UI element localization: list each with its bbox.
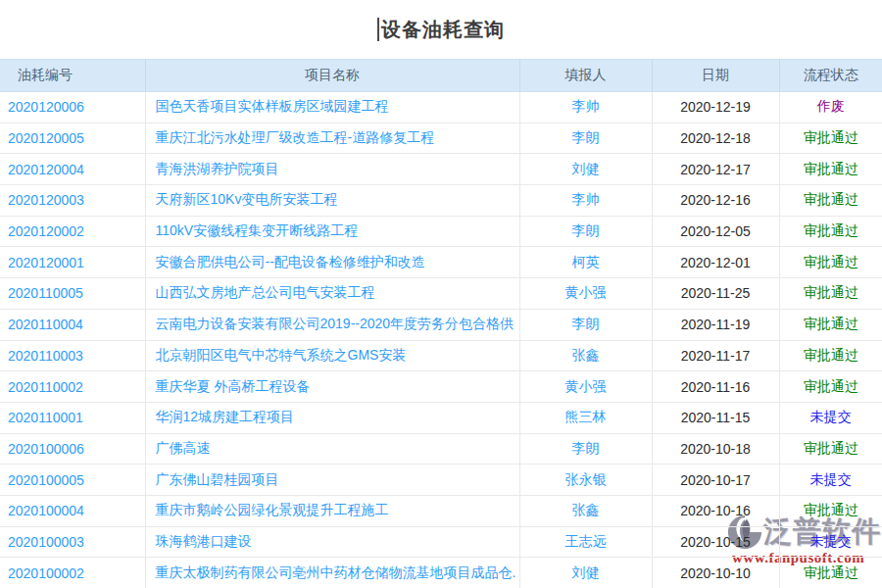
table-row: 2020100006 广佛高速 李朗 2020-10-18 审批通过 — [0, 433, 882, 465]
fuel-record-id-link[interactable]: 2020120002 — [0, 216, 145, 247]
table-row: 2020110004 云南电力设备安装有限公司2019--2020年度劳务分包合… — [0, 309, 882, 340]
title-bar: 设备油耗查询 — [0, 0, 882, 59]
reporter-link[interactable]: 刘健 — [519, 558, 652, 588]
fuel-record-id-link[interactable]: 2020100002 — [0, 558, 145, 588]
table-row: 2020120001 安徽合肥供电公司--配电设备检修维护和改造 柯英 2020… — [0, 247, 882, 278]
fuel-record-id-link[interactable]: 2020100004 — [0, 495, 145, 526]
project-name-link[interactable]: 广东佛山碧桂园项目 — [145, 465, 519, 496]
reporter-link[interactable]: 李帅 — [519, 92, 652, 123]
column-header-id[interactable]: 油耗编号 — [0, 60, 145, 92]
fuel-record-id-link[interactable]: 2020110004 — [0, 309, 145, 340]
project-name-link[interactable]: 山西弘文房地产总公司电气安装工程 — [145, 278, 519, 310]
status-badge: 审批通过 — [779, 247, 882, 278]
project-name-link[interactable]: 青海洪湖养护院项目 — [145, 154, 519, 185]
reporter-link[interactable]: 张鑫 — [519, 340, 652, 371]
project-name-link[interactable]: 重庆太极制药有限公司亳州中药材仓储物流基地项目成品仓. — [145, 558, 519, 588]
table-row: 2020120002 110kV安徽线程集变开断线路工程 李朗 2020-12-… — [0, 216, 882, 247]
table-row: 2020110005 山西弘文房地产总公司电气安装工程 黄小强 2020-11-… — [0, 278, 882, 310]
project-name-link[interactable]: 云南电力设备安装有限公司2019--2020年度劳务分包合格供 — [145, 309, 519, 340]
reporter-link[interactable]: 李朗 — [519, 216, 652, 247]
project-name-link[interactable]: 重庆华夏 外高桥工程设备 — [145, 371, 519, 403]
status-badge: 审批通过 — [779, 309, 882, 340]
project-name-link[interactable]: 华润12城房建工程项目 — [145, 402, 519, 433]
reporter-link[interactable]: 黄小强 — [519, 371, 652, 403]
table-header-row: 油耗编号 项目名称 填报人 日期 流程状态 — [0, 60, 882, 92]
status-badge: 未提交 — [779, 465, 882, 496]
reporter-link[interactable]: 李朗 — [519, 122, 652, 154]
fuel-consumption-query-page: 设备油耗查询 泛普软件 www.fanpusoft.com 油耗编号 项目名称 … — [0, 0, 882, 588]
status-badge: 作废 — [779, 92, 882, 123]
date-value: 2020-12-19 — [652, 92, 779, 123]
date-value: 2020-11-17 — [652, 340, 779, 371]
project-name-link[interactable]: 安徽合肥供电公司--配电设备检修维护和改造 — [145, 247, 519, 278]
reporter-link[interactable]: 李朗 — [519, 433, 652, 465]
status-badge: 审批通过 — [779, 371, 882, 403]
fuel-record-id-link[interactable]: 2020100005 — [0, 465, 145, 496]
fuel-record-id-link[interactable]: 2020120006 — [0, 92, 145, 123]
status-badge: 审批通过 — [779, 122, 882, 154]
reporter-link[interactable]: 柯英 — [519, 247, 652, 278]
date-value: 2020-10-15 — [652, 526, 779, 558]
table-row: 2020110002 重庆华夏 外高桥工程设备 黄小强 2020-11-16 审… — [0, 371, 882, 403]
fuel-consumption-table: 油耗编号 项目名称 填报人 日期 流程状态 2020120006 国色天香项目实… — [0, 59, 882, 588]
fuel-record-id-link[interactable]: 2020110005 — [0, 278, 145, 310]
reporter-link[interactable]: 李帅 — [519, 185, 652, 217]
project-name-link[interactable]: 北京朝阳区电气中芯特气系统之GMS安装 — [145, 340, 519, 371]
status-badge: 未提交 — [779, 526, 882, 558]
project-name-link[interactable]: 国色天香项目实体样板房区域园建工程 — [145, 92, 519, 123]
status-badge: 审批通过 — [779, 340, 882, 371]
project-name-link[interactable]: 重庆市鹅岭公园绿化景观提升工程施工 — [145, 495, 519, 526]
table-header: 油耗编号 项目名称 填报人 日期 流程状态 — [0, 60, 882, 92]
fuel-record-id-link[interactable]: 2020120005 — [0, 122, 145, 154]
date-value: 2020-11-19 — [652, 309, 779, 340]
project-name-link[interactable]: 110kV安徽线程集变开断线路工程 — [145, 216, 519, 247]
fuel-record-id-link[interactable]: 2020110001 — [0, 402, 145, 433]
project-name-link[interactable]: 天府新区10Kv变电所安装工程 — [145, 185, 519, 217]
status-badge: 审批通过 — [779, 433, 882, 465]
reporter-link[interactable]: 熊三林 — [519, 402, 652, 433]
table-row: 2020100003 珠海鹤港口建设 王志远 2020-10-15 未提交 — [0, 526, 882, 558]
fuel-record-id-link[interactable]: 2020110002 — [0, 371, 145, 403]
project-name-link[interactable]: 珠海鹤港口建设 — [145, 526, 519, 558]
column-header-reporter[interactable]: 填报人 — [519, 60, 652, 92]
fuel-record-id-link[interactable]: 2020120004 — [0, 154, 145, 185]
project-name-link[interactable]: 广佛高速 — [145, 433, 519, 465]
date-value: 2020-10-18 — [652, 433, 779, 465]
column-header-date[interactable]: 日期 — [652, 60, 779, 92]
project-name-link[interactable]: 重庆江北污水处理厂级改造工程-道路修复工程 — [145, 122, 519, 154]
date-value: 2020-12-17 — [652, 154, 779, 185]
fuel-record-id-link[interactable]: 2020110003 — [0, 340, 145, 371]
table-row: 2020120005 重庆江北污水处理厂级改造工程-道路修复工程 李朗 2020… — [0, 122, 882, 154]
fuel-record-id-link[interactable]: 2020100006 — [0, 433, 145, 465]
date-value: 2020-12-05 — [652, 216, 779, 247]
reporter-link[interactable]: 李朗 — [519, 309, 652, 340]
text-caret — [377, 18, 379, 41]
date-value: 2020-10-10 — [652, 558, 779, 588]
page-title: 设备油耗查询 — [381, 17, 505, 43]
date-value: 2020-12-18 — [652, 122, 779, 154]
column-header-project[interactable]: 项目名称 — [145, 60, 519, 92]
reporter-link[interactable]: 王志远 — [519, 526, 652, 558]
fuel-record-id-link[interactable]: 2020120003 — [0, 185, 145, 217]
table-row: 2020100005 广东佛山碧桂园项目 张永银 2020-10-17 未提交 — [0, 465, 882, 496]
table-row: 2020120006 国色天香项目实体样板房区域园建工程 李帅 2020-12-… — [0, 92, 882, 123]
table-row: 2020100002 重庆太极制药有限公司亳州中药材仓储物流基地项目成品仓. 刘… — [0, 558, 882, 588]
reporter-link[interactable]: 张鑫 — [519, 495, 652, 526]
reporter-link[interactable]: 张永银 — [519, 465, 652, 496]
table-row: 2020120004 青海洪湖养护院项目 刘健 2020-12-17 审批通过 — [0, 154, 882, 185]
table-row: 2020120003 天府新区10Kv变电所安装工程 李帅 2020-12-16… — [0, 185, 882, 217]
date-value: 2020-11-25 — [652, 278, 779, 310]
reporter-link[interactable]: 刘健 — [519, 154, 652, 185]
reporter-link[interactable]: 黄小强 — [519, 278, 652, 310]
status-badge: 未提交 — [779, 402, 882, 433]
date-value: 2020-10-17 — [652, 465, 779, 496]
date-value: 2020-11-15 — [652, 402, 779, 433]
fuel-record-id-link[interactable]: 2020120001 — [0, 247, 145, 278]
column-header-status[interactable]: 流程状态 — [779, 60, 882, 92]
status-badge: 审批通过 — [779, 216, 882, 247]
date-value: 2020-11-16 — [652, 371, 779, 403]
fuel-record-id-link[interactable]: 2020100003 — [0, 526, 145, 558]
status-badge: 审批通过 — [779, 495, 882, 526]
status-badge: 审批通过 — [779, 278, 882, 310]
status-badge: 审批通过 — [779, 185, 882, 217]
